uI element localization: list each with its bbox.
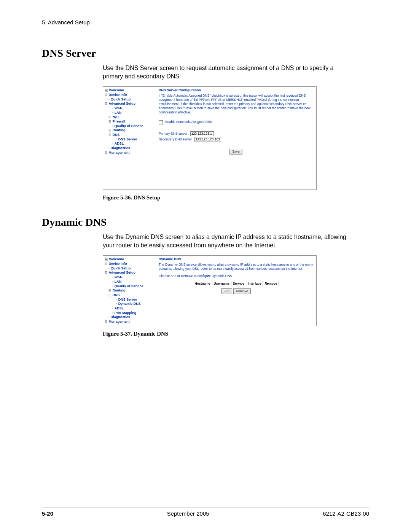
nav-tree: ▣ Welcome ⊞ Device Info ▫ Quick Setup ⊟ … [103, 87, 156, 190]
nav-quick-setup[interactable]: ▫ Quick Setup [105, 97, 154, 102]
config-panel: DNS Server Configuration If "Enable Auto… [156, 87, 316, 190]
nav-management[interactable]: ⊞ Management [105, 151, 154, 155]
nav2-dynamic-dns[interactable]: ▫ Dynamic DNS [105, 302, 154, 306]
remove-button[interactable]: Remove [233, 288, 251, 294]
dyn-config-text: The Dynamic DNS service allows you to al… [159, 263, 313, 271]
col-username: Username [212, 281, 231, 286]
col-interface: Interface [246, 281, 263, 286]
figure-dns-setup: ▣ Welcome ⊞ Device Info ▫ Quick Setup ⊟ … [103, 86, 317, 190]
footer-date: September 2005 [167, 510, 209, 517]
section-title-dns-server: DNS Server [42, 47, 369, 59]
nav-adsl[interactable]: ▫ ADSL [105, 142, 154, 146]
auto-dns-row: Enable Automatic Assigned DNS [159, 120, 313, 124]
nav-nat[interactable]: ⊞ NAT [105, 115, 154, 119]
nav-routing[interactable]: ⊞ Routing [105, 128, 154, 133]
nav-device-info[interactable]: ⊞ Device Info [105, 93, 154, 97]
config-text: If "Enable Automatic Assigned DNS" check… [159, 94, 313, 115]
nav2-welcome[interactable]: ▣ Welcome [105, 257, 154, 262]
nav-lan[interactable]: ▫ LAN [105, 111, 154, 115]
nav-dns-server[interactable]: ▫ DNS Server [105, 137, 154, 142]
nav-welcome[interactable]: ▣ Welcome [105, 88, 154, 93]
nav-firewall[interactable]: ⊞ Firewall [105, 119, 154, 124]
nav2-lan[interactable]: ▫ LAN [105, 280, 154, 284]
nav-dns[interactable]: ⊟ DNS [105, 133, 154, 137]
page-header: 5. Advanced Setup [42, 19, 369, 28]
save-button[interactable]: Save [229, 149, 242, 155]
chapter-number: 5. Advanced Setup [42, 19, 90, 25]
config-title: DNS Server Configuration [159, 88, 313, 92]
secondary-dns-input[interactable]: 123.123.123.103 [194, 137, 221, 142]
nav-qos[interactable]: ▫ Quality of Service [105, 124, 154, 129]
col-service: Service [231, 281, 246, 286]
nav2-qos[interactable]: ▫ Quality of Service [105, 284, 154, 289]
nav2-routing[interactable]: ⊞ Routing [105, 288, 154, 293]
page-footer: 5-20 September 2005 6212-A2-GB23-00 [42, 508, 369, 517]
page-number: 5-20 [42, 510, 53, 517]
secondary-dns-label: Secondary DNS server : [159, 137, 194, 141]
nav2-quick-setup[interactable]: ▫ Quick Setup [105, 266, 154, 271]
add-button[interactable]: Add [221, 288, 232, 294]
section-title-dynamic-dns: Dynamic DNS [42, 216, 369, 228]
nav2-diagnostics[interactable]: ▫ Diagnostics [105, 315, 154, 320]
nav2-port-mapping[interactable]: ▫ Port Mapping [105, 311, 154, 315]
dyn-dns-table: Hostname Username Service Interface Remo… [193, 281, 279, 286]
nav2-wan[interactable]: ▫ WAN [105, 275, 154, 280]
nav-tree-2: ▣ Welcome ⊞ Device Info ▫ Quick Setup ⊟ … [103, 256, 156, 325]
auto-dns-checkbox[interactable] [159, 120, 163, 124]
col-hostname: Hostname [193, 281, 212, 286]
figure-caption-5-36: Figure 5-36. DNS Setup [103, 194, 369, 201]
nav2-adsl[interactable]: ▫ ADSL [105, 306, 154, 311]
nav2-advanced-setup[interactable]: ⊟ Advanced Setup [105, 271, 154, 275]
figure-caption-5-37: Figure 5-37. Dynamic DNS [103, 331, 369, 337]
nav2-management[interactable]: ⊞ Management [105, 320, 154, 324]
col-remove: Remove [263, 281, 279, 286]
nav-diagnostics[interactable]: ▫ Diagnostics [105, 146, 154, 151]
nav-advanced-setup[interactable]: ⊟ Advanced Setup [105, 102, 154, 106]
doc-id: 6212-A2-GB23-00 [323, 510, 369, 517]
auto-dns-label: Enable Automatic Assigned DNS [165, 120, 212, 124]
dyn-config-title: Dynamic DNS [159, 257, 313, 261]
figure-dynamic-dns: ▣ Welcome ⊞ Device Info ▫ Quick Setup ⊟ … [103, 255, 317, 326]
primary-dns-label: Primary DNS server : [159, 131, 189, 135]
section-body-dynamic-dns: Use the Dynamic DNS screen to alias a dy… [103, 233, 354, 249]
nav2-device-info[interactable]: ⊞ Device Info [105, 262, 154, 266]
dyn-choose-text: Choose Add or Remove to configure Dynami… [159, 274, 313, 278]
section-body-dns-server: Use the DNS Server screen to request aut… [103, 64, 354, 80]
nav2-dns[interactable]: ⊟ DNS [105, 293, 154, 298]
nav2-dns-server[interactable]: ▫ DNS Server [105, 298, 154, 302]
nav-wan[interactable]: ▫ WAN [105, 106, 154, 111]
dyn-config-panel: Dynamic DNS The Dynamic DNS service allo… [156, 256, 316, 325]
primary-dns-input[interactable]: 123.123.123.1 [190, 131, 214, 136]
